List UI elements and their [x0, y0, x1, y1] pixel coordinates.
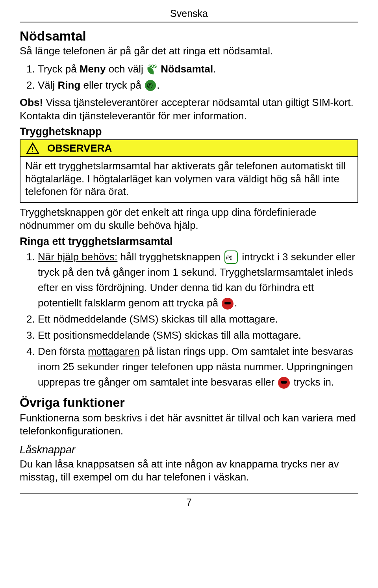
safety-step-2: Ett nödmeddelande (SMS) skickas till all… [38, 312, 358, 327]
text: eller tryck på [80, 79, 144, 91]
section-emergency-title: Nödsamtal [20, 29, 358, 44]
text-underline: mottagaren [88, 345, 140, 357]
text: Tryck på [38, 63, 80, 75]
observera-box: ! OBSERVERA När ett trygghetslarmsamtal … [20, 139, 358, 203]
text: trycks in. [291, 376, 334, 388]
text: . [213, 63, 216, 75]
lock-para: Du kan låsa knappsatsen så att inte någo… [20, 458, 358, 484]
obs-text: Vissa tjänsteleverantörer accepterar nöd… [20, 96, 354, 121]
sos-icon: SOS [147, 64, 157, 74]
safety-step-4: Den första mottagaren på listan rings up… [38, 344, 358, 390]
section-other-title: Övriga funktioner [20, 395, 358, 410]
observera-label: OBSERVERA [47, 142, 112, 154]
footer-rule [20, 493, 358, 494]
text: håll trygghetsknappen [117, 251, 223, 263]
safety-steps: När hjälp behövs: håll trygghetsknappen … [20, 249, 358, 390]
other-para: Funktionerna som beskrivs i det här avsn… [20, 412, 358, 438]
obs-label: Obs! [20, 96, 43, 108]
observera-header: ! OBSERVERA [20, 140, 358, 157]
emergency-step-1: Tryck på Meny och välj SOS Nödsamtal. [38, 61, 358, 77]
section-lock-title: Låsknappar [20, 444, 358, 456]
text-underline: När hjälp behövs: [38, 251, 117, 263]
hangup-icon [222, 298, 233, 310]
text: och välj [106, 63, 146, 75]
safety-step-3: Ett positionsmeddelande (SMS) skickas ti… [38, 328, 358, 343]
safety-step-1: När hjälp behövs: håll trygghetsknappen … [38, 249, 358, 311]
text: Välj [38, 79, 58, 91]
header-rule [20, 22, 358, 22]
section-safety-title: Trygghetsknapp [20, 126, 358, 138]
emergency-step-2: Välj Ring eller tryck på . [38, 78, 358, 93]
text: . [157, 79, 159, 91]
emergency-note: Obs! Vissa tjänsteleverantörer acceptera… [20, 96, 358, 122]
call-safety-title: Ringa ett trygghetslarmsamtal [20, 236, 358, 248]
hangup-icon [278, 377, 290, 389]
safety-para: Trygghetsknappen gör det enkelt att ring… [20, 206, 358, 232]
header-language: Svenska [20, 8, 358, 19]
call-icon [145, 80, 156, 91]
emergency-intro: Så länge telefonen är på går det att rin… [20, 45, 358, 58]
assistance-button-icon [224, 250, 238, 264]
manual-page: Svenska Nödsamtal Så länge telefonen är … [0, 0, 378, 588]
menu-label: Meny [80, 63, 106, 75]
ring-label: Ring [58, 79, 81, 91]
warning-icon: ! [26, 142, 39, 154]
nodsamtal-label: Nödsamtal [158, 63, 213, 75]
observera-body: När ett trygghetslarmsamtal har aktivera… [20, 157, 358, 202]
text: Den första [38, 345, 88, 357]
emergency-steps: Tryck på Meny och välj SOS Nödsamtal. Vä… [20, 61, 358, 93]
text: . [234, 297, 237, 309]
page-number: 7 [20, 497, 358, 508]
